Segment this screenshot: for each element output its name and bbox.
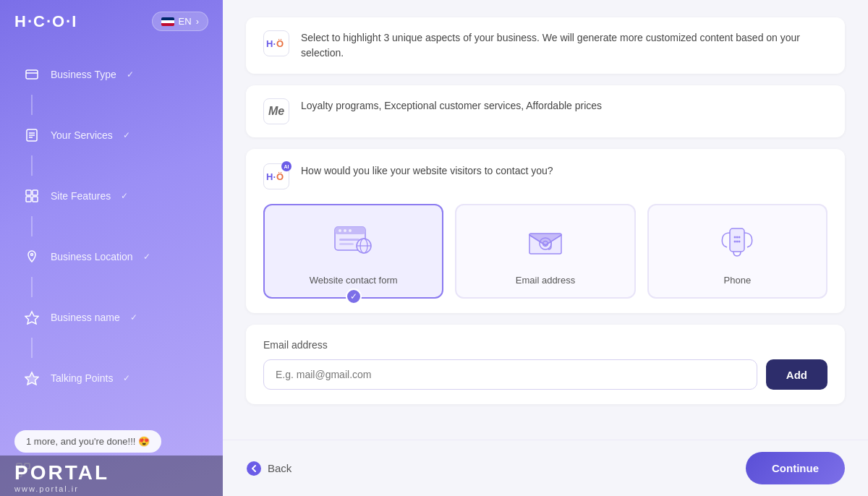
- option-website-contact-form[interactable]: Website contact form ✓: [263, 204, 443, 299]
- business-location-icon: [22, 247, 42, 267]
- lang-code: EN: [179, 16, 192, 27]
- sidebar-item-business-type[interactable]: Business Type ✓: [22, 57, 223, 92]
- svg-point-22: [344, 229, 346, 232]
- check-icon: ✓: [130, 312, 137, 322]
- svg-marker-11: [25, 372, 38, 385]
- ai-question-text: How would you like your website visitors…: [301, 163, 553, 179]
- svg-point-33: [736, 236, 739, 239]
- email-input-section: Email address Add: [246, 325, 845, 404]
- check-icon: ✓: [121, 191, 128, 201]
- back-label: Back: [268, 462, 292, 474]
- lang-arrow: ›: [196, 16, 199, 27]
- check-icon: ✓: [123, 130, 130, 140]
- svg-rect-24: [339, 239, 359, 241]
- svg-point-34: [739, 236, 741, 239]
- sidebar-item-label: Talking Points: [51, 372, 113, 384]
- site-features-icon: [22, 186, 42, 206]
- continue-button[interactable]: Continue: [746, 452, 845, 484]
- sidebar-item-label: Site Features: [51, 190, 111, 202]
- sidebar-item-your-services[interactable]: Your Services ✓: [22, 118, 223, 153]
- selected-check-icon: ✓: [346, 288, 362, 304]
- portal-url: www.portal.ir: [14, 484, 208, 493]
- svg-point-23: [349, 229, 352, 232]
- svg-point-21: [339, 229, 341, 232]
- svg-point-32: [734, 236, 736, 239]
- me-logo: Me: [263, 98, 289, 124]
- svg-text:Ö: Ö: [276, 171, 284, 182]
- check-icon: ✓: [143, 252, 150, 262]
- svg-point-38: [247, 461, 261, 476]
- check-icon: ✓: [127, 69, 134, 80]
- content-area: H· Ö Select to highlight 3 unique aspect…: [223, 0, 868, 440]
- me-info-card: Me Loyalty programs, Exceptional custome…: [246, 85, 845, 137]
- business-type-icon: [22, 64, 42, 85]
- done-badge-text: 1 more, and you're done!!! 😍: [26, 436, 150, 447]
- talking-points-icon: [22, 368, 42, 388]
- option-email-address[interactable]: Email address: [455, 204, 635, 299]
- svg-rect-8: [26, 197, 31, 202]
- main-content: H· Ö Select to highlight 3 unique aspect…: [223, 0, 868, 496]
- sidebar-item-label: Business Type: [51, 69, 116, 80]
- sidebar-item-label: Business name: [51, 312, 120, 323]
- business-name-icon: [22, 307, 42, 328]
- option-label: Website contact form: [310, 275, 398, 286]
- option-label: Email address: [516, 275, 575, 286]
- add-button[interactable]: Add: [766, 359, 827, 390]
- svg-rect-25: [339, 243, 354, 245]
- svg-rect-7: [33, 190, 38, 195]
- portal-title: PORTAL: [14, 461, 208, 484]
- sidebar-item-site-features[interactable]: Site Features ✓: [22, 179, 223, 213]
- svg-text:Ö: Ö: [276, 38, 284, 49]
- back-button[interactable]: Back: [246, 461, 292, 476]
- select-info-card: H· Ö Select to highlight 3 unique aspect…: [246, 17, 845, 74]
- website-form-icon-area: [331, 220, 377, 266]
- option-label: Phone: [724, 275, 752, 286]
- logo-text: H·C·O·I: [14, 12, 77, 31]
- portal-label: PORTAL www.portal.ir: [0, 456, 223, 496]
- email-label: Email address: [263, 339, 827, 351]
- svg-text:H·: H·: [266, 171, 276, 182]
- me-card-text: Loyalty programs, Exceptional customer s…: [301, 98, 602, 114]
- language-button[interactable]: EN ›: [152, 12, 208, 31]
- select-card-text: Select to highlight 3 unique aspects of …: [301, 30, 827, 61]
- email-input[interactable]: [263, 359, 757, 390]
- sidebar-item-label: Business Location: [51, 251, 133, 262]
- svg-rect-31: [730, 228, 744, 252]
- svg-rect-9: [33, 197, 38, 202]
- svg-marker-10: [25, 312, 38, 324]
- check-icon: ✓: [123, 373, 130, 383]
- logo: H·C·O·I: [14, 12, 77, 31]
- phone-icon-area: [715, 220, 759, 266]
- contact-question: H· Ö AI How would you like your website …: [263, 163, 827, 189]
- svg-point-35: [734, 241, 736, 243]
- svg-text:H·: H·: [266, 38, 276, 49]
- email-icon-area: [524, 220, 567, 266]
- sidebar-item-talking-points[interactable]: Talking Points ✓: [22, 361, 223, 395]
- svg-point-37: [739, 241, 741, 243]
- sidebar-header: H·C·O·I EN ›: [0, 0, 223, 43]
- contact-section: H· Ö AI How would you like your website …: [246, 149, 845, 313]
- contact-options: Website contact form ✓: [263, 204, 827, 299]
- sidebar-item-label: Your Services: [51, 129, 113, 141]
- email-input-row: Add: [263, 359, 827, 390]
- svg-rect-0: [26, 70, 38, 79]
- bottom-bar: Back Continue: [223, 440, 868, 496]
- sidebar-item-business-location[interactable]: Business Location ✓: [22, 239, 223, 274]
- svg-point-36: [736, 241, 739, 243]
- ai-logo: H· Ö AI: [263, 163, 289, 189]
- back-arrow-icon: [246, 461, 262, 476]
- svg-rect-6: [26, 190, 31, 195]
- sidebar: H·C·O·I EN › Business Type ✓ Your Servic…: [0, 0, 223, 496]
- done-badge: 1 more, and you're done!!! 😍: [14, 430, 161, 453]
- ai-dot: AI: [281, 161, 292, 171]
- sidebar-nav: Business Type ✓ Your Services ✓ Site Fea…: [0, 43, 223, 419]
- flag-icon: [161, 17, 174, 26]
- your-services-icon: [22, 125, 42, 145]
- option-phone[interactable]: Phone: [647, 204, 827, 299]
- sidebar-item-business-name[interactable]: Business name ✓: [22, 300, 223, 335]
- hc-logo-small: H· Ö: [263, 30, 289, 56]
